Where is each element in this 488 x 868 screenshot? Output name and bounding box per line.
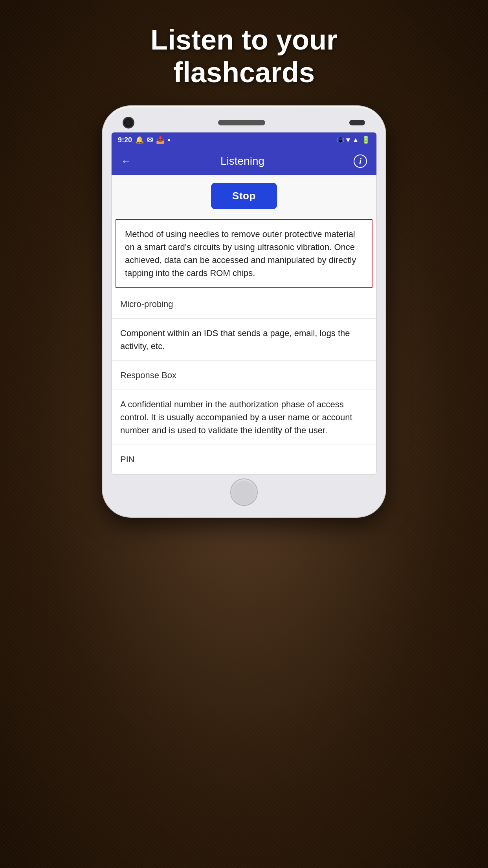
back-button[interactable]: ← (121, 155, 131, 167)
flashcard-item-term-3: PIN (112, 445, 376, 474)
stop-button[interactable]: Stop (211, 183, 277, 209)
phone-top-bar (111, 117, 377, 128)
phone-speaker (218, 120, 265, 125)
info-icon: i (359, 157, 361, 166)
inbox-icon: 📥 (156, 136, 165, 144)
flashcard-text-1: Method of using needles to remove outer … (125, 229, 356, 278)
phone-camera (123, 117, 134, 128)
flashcard-text-6: PIN (120, 454, 135, 464)
phone-front-cam (349, 120, 365, 125)
battery-icon: 🔋 (361, 136, 370, 144)
status-time: 9:20 (118, 136, 132, 144)
flashcard-text-2: Micro-probing (120, 299, 173, 309)
flashcard-item-definition-3: A confidential number in the authorizati… (112, 390, 376, 445)
page-title: Listen to your flashcards (0, 24, 488, 89)
signal-icon: ▲ (352, 136, 359, 144)
stop-button-row: Stop (112, 175, 376, 217)
flashcard-item-definition-2: Component within an IDS that sends a pag… (112, 319, 376, 361)
dot-icon: • (168, 136, 170, 144)
status-bar-right: 📳 ▾ ▲ 🔋 (337, 136, 370, 144)
flashcard-item-definition-highlighted: Method of using needles to remove outer … (116, 219, 372, 288)
phone-screen: 9:20 🔔 ✉ 📥 • 📳 ▾ ▲ 🔋 ← Listening (111, 132, 377, 474)
flashcard-text-3: Component within an IDS that sends a pag… (120, 328, 350, 351)
phone-home-button[interactable] (230, 478, 258, 506)
phone-outer-shell: 9:20 🔔 ✉ 📥 • 📳 ▾ ▲ 🔋 ← Listening (103, 106, 385, 517)
status-bar: 9:20 🔔 ✉ 📥 • 📳 ▾ ▲ 🔋 (112, 132, 376, 147)
content-area: Stop Method of using needles to remove o… (112, 175, 376, 474)
email-icon: ✉ (147, 136, 153, 144)
phone-mockup: 9:20 🔔 ✉ 📥 • 📳 ▾ ▲ 🔋 ← Listening (103, 106, 385, 517)
flashcard-item-term-2: Response Box (112, 361, 376, 390)
flashcard-text-4: Response Box (120, 370, 176, 380)
header-title: Listening (220, 155, 264, 167)
wifi-icon: ▾ (346, 136, 350, 144)
status-bar-left: 9:20 🔔 ✉ 📥 • (118, 136, 170, 144)
phone-bottom-bar (111, 478, 377, 506)
notification-icon: 🔔 (135, 136, 144, 144)
info-button[interactable]: i (354, 154, 367, 168)
app-header: ← Listening i (112, 147, 376, 175)
flashcard-item-term-1: Micro-probing (112, 290, 376, 319)
vibrate-icon: 📳 (337, 137, 344, 143)
flashcard-text-5: A confidential number in the authorizati… (120, 399, 352, 435)
